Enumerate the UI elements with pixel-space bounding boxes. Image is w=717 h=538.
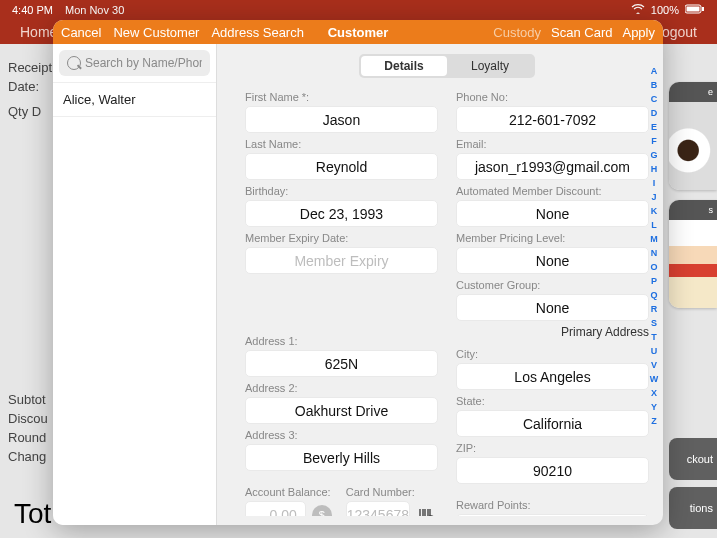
search-input[interactable] [59,50,210,76]
status-date: Mon Nov 30 [65,4,124,16]
svg-rect-2 [702,7,704,11]
addr3-field[interactable]: Beverly Hills [245,444,438,471]
custody-button[interactable]: Custody [493,25,541,40]
currency-icon[interactable]: $ [312,505,332,517]
balance-field[interactable]: 0.00 [245,501,306,516]
birthday-field[interactable]: Dec 23, 1993 [245,200,438,227]
expiry-label: Member Expiry Date: [245,232,438,244]
bg-receipt-area: Receipt Date: Qty D [8,60,52,123]
state-field[interactable]: California [456,410,649,437]
last-name-field[interactable]: Reynold [245,153,438,180]
modal-title: Customer [328,25,389,40]
addr2-field[interactable]: Oakhurst Drive [245,397,438,424]
pricing-field[interactable]: None [456,247,649,274]
primary-address-title: Primary Address [456,325,649,339]
card-label: Card Number: [346,486,438,498]
zip-field[interactable]: 90210 [456,457,649,484]
birthday-label: Birthday: [245,185,438,197]
first-name-label: First Name *: [245,91,438,103]
card-field[interactable]: 12345678 [346,501,410,516]
bg-total-label: Tot [14,498,51,530]
discount-field[interactable]: None [456,200,649,227]
expiry-field[interactable]: Member Expiry [245,247,438,274]
city-field[interactable]: Los Angeles [456,363,649,390]
last-name-label: Last Name: [245,138,438,150]
balance-label: Account Balance: [245,486,332,498]
customer-modal: Cancel New Customer Address Search Custo… [53,20,663,525]
status-bar: 4:40 PM Mon Nov 30 100% [0,0,717,20]
modal-header: Cancel New Customer Address Search Custo… [53,20,663,44]
battery-text: 100% [651,4,679,16]
new-customer-button[interactable]: New Customer [113,25,199,40]
addr2-label: Address 2: [245,382,438,394]
svg-rect-1 [687,7,700,12]
details-panel: Details Loyalty First Name *: Jason Last… [217,44,663,525]
addr1-label: Address 1: [245,335,438,347]
state-label: State: [456,395,649,407]
tab-segment: Details Loyalty [359,54,535,78]
discount-label: Automated Member Discount: [456,185,649,197]
bg-options-button[interactable]: tions [669,487,717,529]
bg-totals-area: Subtot Discou Round Chang [8,392,48,468]
group-label: Customer Group: [456,279,649,291]
first-name-field[interactable]: Jason [245,106,438,133]
city-label: City: [456,348,649,360]
bg-checkout-button[interactable]: ckout [669,438,717,480]
battery-icon [685,4,705,16]
reward-label: Reward Points: [456,499,649,511]
apply-button[interactable]: Apply [622,25,655,40]
barcode-icon[interactable] [416,506,438,517]
cancel-button[interactable]: Cancel [61,25,101,40]
bg-product-cards: e s [669,82,717,318]
pricing-label: Member Pricing Level: [456,232,649,244]
home-button[interactable]: Home [20,24,57,40]
phone-field[interactable]: 212-601-7092 [456,106,649,133]
email-field[interactable]: jason_r1993@gmail.com [456,153,649,180]
tab-loyalty[interactable]: Loyalty [447,56,533,76]
svg-point-8 [428,516,434,517]
zip-label: ZIP: [456,442,649,454]
phone-label: Phone No: [456,91,649,103]
status-time: 4:40 PM [12,4,53,16]
wifi-icon [631,4,645,16]
group-field[interactable]: None [456,294,649,321]
addr1-field[interactable]: 625N [245,350,438,377]
addr3-label: Address 3: [245,429,438,441]
email-label: Email: [456,138,649,150]
reward-field[interactable]: Balance [456,514,649,516]
scan-card-button[interactable]: Scan Card [551,25,612,40]
tab-details[interactable]: Details [361,56,447,76]
address-search-button[interactable]: Address Search [211,25,304,40]
customer-list-panel: Alice, Walter ABCDEFGHIJKLMNOPQRSTUVWXYZ [53,44,217,525]
customer-list[interactable]: Alice, Walter [53,83,216,525]
customer-row[interactable]: Alice, Walter [53,83,216,117]
